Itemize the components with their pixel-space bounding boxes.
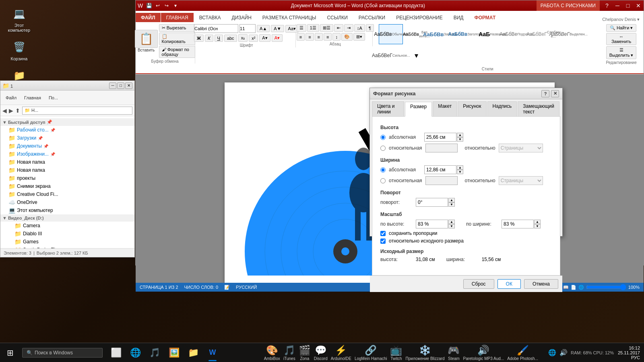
desktop-icon-trash[interactable]: 🗑️ Корзина bbox=[4, 37, 34, 63]
font-size-input[interactable] bbox=[239, 24, 256, 33]
increase-indent-button[interactable]: ⇥ bbox=[344, 24, 353, 32]
increase-font-button[interactable]: A▲ bbox=[257, 25, 270, 32]
relative-size-checkbox[interactable] bbox=[380, 239, 386, 244]
borders-button[interactable]: ⊞▾ bbox=[353, 33, 365, 41]
fe-item-projects[interactable]: 📁 проекты bbox=[0, 174, 134, 182]
word-restore-button[interactable]: □ bbox=[623, 0, 633, 11]
web-layout-icon[interactable]: 🌐 bbox=[578, 285, 584, 290]
tab-review[interactable]: РЕЦЕНЗИРОВАНИЕ bbox=[391, 13, 448, 22]
align-right-button[interactable]: ≡ bbox=[315, 33, 323, 41]
fe-quick-access-header[interactable]: ▼ Быстрый доступ 📌 bbox=[0, 118, 134, 126]
subscript-button[interactable]: x₂ bbox=[238, 34, 248, 42]
lock-ratio-checkbox[interactable] bbox=[380, 231, 386, 236]
align-left-button[interactable]: ≡ bbox=[297, 33, 305, 41]
dialog-help-button[interactable]: ? bbox=[541, 90, 549, 97]
print-layout-icon[interactable]: 📄 bbox=[571, 285, 576, 290]
taskbar-app-itunes[interactable]: 🎵 bbox=[145, 343, 164, 362]
height-increase-button[interactable]: ▲ bbox=[457, 133, 463, 137]
find-button[interactable]: 🔍 Найти ▾ bbox=[606, 24, 636, 32]
desktop-icon-my-computer[interactable]: 💻 Этот компьютер bbox=[4, 4, 34, 34]
word-minimize-button[interactable]: ─ bbox=[612, 0, 623, 11]
network-icon[interactable]: 🌐 bbox=[548, 349, 556, 356]
undo-quick-button[interactable]: ↩ bbox=[154, 2, 162, 10]
fe-item-new-folder-2[interactable]: 📁 Новая папка bbox=[0, 166, 134, 174]
select-button[interactable]: ☰ Выделить ▾ bbox=[606, 46, 636, 59]
zoom-slider[interactable] bbox=[586, 284, 626, 290]
rotation-input[interactable] bbox=[416, 198, 448, 207]
tray-blizzard[interactable]: ❄️ Приложение Blizzard bbox=[405, 345, 444, 361]
height-absolute-radio[interactable] bbox=[380, 135, 386, 140]
tab-mailings[interactable]: РАССЫЛКИ bbox=[353, 13, 390, 22]
width-decrease-button[interactable]: ▼ bbox=[457, 170, 463, 174]
fe-back-button[interactable]: ◀ bbox=[2, 107, 7, 114]
fe-item-images[interactable]: 📁 Изображени... 📌 bbox=[0, 150, 134, 158]
fe-item-diablo[interactable]: 📁 Diablo III bbox=[0, 230, 134, 238]
fe-item-this-computer[interactable]: 💻 Этот компьютер bbox=[0, 206, 134, 214]
tray-arduino[interactable]: ⚡ ArduinoIDE bbox=[331, 345, 351, 361]
style-more[interactable]: ▾ bbox=[404, 45, 428, 66]
width-absolute-input[interactable] bbox=[424, 165, 456, 174]
line-spacing-button[interactable]: ↕ bbox=[332, 33, 341, 41]
superscript-button[interactable]: x² bbox=[249, 35, 258, 42]
scale-height-down[interactable]: ▼ bbox=[448, 224, 455, 228]
justify-button[interactable]: ≡ bbox=[324, 33, 332, 41]
fe-drive-header[interactable]: ▼ Видео_Диск (D:) bbox=[0, 214, 134, 222]
italic-button[interactable]: К bbox=[205, 35, 213, 42]
highlight-button[interactable]: A▾ bbox=[259, 34, 270, 42]
height-absolute-input[interactable] bbox=[424, 133, 456, 142]
paste-button[interactable]: 📋 bbox=[135, 30, 158, 48]
scale-height-input[interactable] bbox=[416, 220, 448, 228]
scale-height-up[interactable]: ▲ bbox=[448, 220, 455, 224]
tab-home[interactable]: ГЛАВНАЯ bbox=[161, 13, 194, 22]
fe-up-button[interactable]: ⬆ bbox=[15, 107, 20, 114]
scale-width-down[interactable]: ▼ bbox=[534, 224, 541, 228]
fe-address-bar[interactable]: 📁 Н... bbox=[22, 107, 132, 115]
style-heading2[interactable]: АаБбВвЗаголово... bbox=[455, 24, 479, 44]
fe-item-desktop[interactable]: 📁 Рабочий сто... 📌 bbox=[0, 126, 134, 134]
tab-insert[interactable]: ВСТАВКА bbox=[194, 13, 226, 22]
fe-item-creative-cloud[interactable]: 📁 Creative Cloud Fi... bbox=[0, 190, 134, 198]
read-mode-icon[interactable]: 📖 bbox=[563, 285, 569, 290]
width-absolute-radio[interactable] bbox=[380, 167, 386, 173]
style-highlight[interactable]: АаБбВеГВыделен... bbox=[556, 24, 580, 44]
bullets-button[interactable]: ☰ bbox=[297, 24, 306, 32]
rotation-increase-button[interactable]: ▲ bbox=[448, 198, 455, 202]
fe-tab-home[interactable]: Главная bbox=[21, 95, 44, 101]
tab-view[interactable]: ВИД bbox=[448, 13, 469, 22]
customize-quick-button[interactable]: ▾ bbox=[171, 2, 180, 10]
taskbar-clock[interactable]: 16:12 25.11.2017 РУС bbox=[618, 346, 640, 360]
tray-discord[interactable]: 💬 Discord bbox=[314, 345, 328, 361]
dialog-tab-alt[interactable]: Замещающий текст bbox=[518, 101, 559, 116]
fe-minimize-button[interactable]: ─ bbox=[109, 82, 116, 89]
taskbar-app-task-view[interactable]: ⬜ bbox=[107, 343, 125, 362]
font-color-button[interactable]: A▾ bbox=[272, 34, 283, 42]
tray-itunes[interactable]: 🎵 iTunes bbox=[283, 345, 295, 361]
height-decrease-button[interactable]: ▼ bbox=[457, 137, 463, 142]
show-marks-button[interactable]: ¶ bbox=[366, 24, 374, 32]
sort-button[interactable]: ↕A bbox=[354, 24, 365, 32]
dialog-tab-layout[interactable]: Макет bbox=[433, 101, 457, 116]
scale-width-input[interactable] bbox=[502, 220, 534, 228]
tray-paretologic[interactable]: 🔊 Paretologic MP3 Aud... bbox=[463, 345, 504, 361]
fe-maximize-button[interactable]: □ bbox=[117, 82, 124, 89]
dialog-tab-picture[interactable]: Рисунок bbox=[458, 101, 486, 116]
underline-button[interactable]: Ч bbox=[215, 35, 223, 42]
style-strong[interactable]: АаБбВеГСильное... bbox=[379, 45, 403, 66]
fe-item-documents[interactable]: 📁 Документы 📌 bbox=[0, 142, 134, 150]
fe-tab-file[interactable]: Файл bbox=[2, 95, 20, 101]
fe-item-downloads[interactable]: 📁 Загрузки 📌 bbox=[0, 134, 134, 142]
style-normal[interactable]: АаБбВвОбычный bbox=[379, 24, 403, 44]
scale-width-up[interactable]: ▲ bbox=[534, 220, 541, 224]
cancel-button[interactable]: Отмена bbox=[524, 279, 558, 289]
numbering-button[interactable]: 1☰ bbox=[307, 24, 319, 32]
tab-file[interactable]: ФАЙЛ bbox=[136, 13, 161, 22]
fe-tab-view[interactable]: По... bbox=[45, 95, 61, 101]
save-quick-button[interactable]: 💾 bbox=[145, 2, 153, 10]
decrease-indent-button[interactable]: ⇤ bbox=[334, 24, 343, 32]
width-increase-button[interactable]: ▲ bbox=[457, 165, 463, 170]
tray-hamachi[interactable]: 🔗 LogMein Hamachi bbox=[355, 345, 387, 361]
tab-links[interactable]: ССЫЛКИ bbox=[322, 13, 353, 22]
reset-button[interactable]: Сброс bbox=[463, 279, 494, 289]
taskbar-app-file-explorer[interactable]: 📁 bbox=[184, 343, 202, 362]
bold-button[interactable]: Ж bbox=[194, 35, 204, 42]
